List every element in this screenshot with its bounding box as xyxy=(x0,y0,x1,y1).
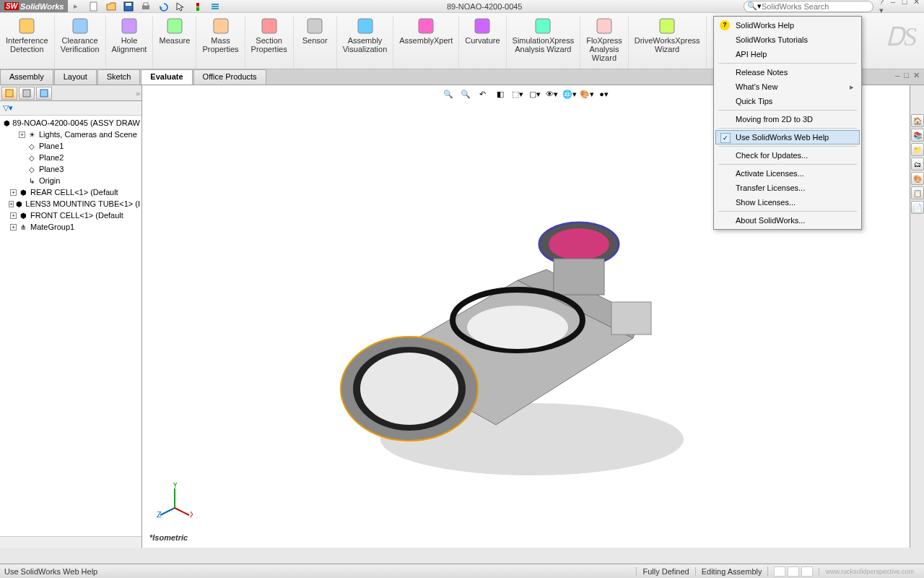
ribbon-simulationxpress[interactable]: SimulationXpressAnalysis Wizard xyxy=(507,16,581,69)
ribbon-mass[interactable]: MassProperties xyxy=(196,16,245,69)
help-item-about-solidworks[interactable]: About SolidWorks... xyxy=(715,213,860,228)
tree-scrollbar[interactable] xyxy=(0,536,141,548)
help-item-use-solidworks-web-help[interactable]: ✓Use SolidWorks Web Help xyxy=(715,130,860,144)
view-orient-button[interactable]: ⬚▾ xyxy=(510,87,526,101)
orientation-triad[interactable]: Y X Z xyxy=(157,483,193,519)
help-item-solidworks-help[interactable]: ?SolidWorks Help xyxy=(715,18,860,33)
config-tab[interactable] xyxy=(36,87,52,100)
appearance-button[interactable]: 🌐▾ xyxy=(562,87,578,101)
zoom-area-button[interactable]: 🔍 xyxy=(458,87,474,101)
tree-item[interactable]: +☀Lights, Cameras and Scene xyxy=(0,129,141,140)
ribbon-measure[interactable]: Measure xyxy=(153,16,196,69)
scene-button[interactable]: 🎨▾ xyxy=(579,87,595,101)
ribbon-hole[interactable]: HoleAlignment xyxy=(106,16,154,69)
print-button[interactable] xyxy=(139,1,153,12)
tab-assembly[interactable]: Assembly xyxy=(0,69,53,85)
panel-collapse-icon[interactable]: » xyxy=(136,89,140,98)
tab-sketch[interactable]: Sketch xyxy=(97,69,141,85)
tree-item[interactable]: +⬢REAR CELL<1> (Default xyxy=(0,186,141,198)
section-view-button[interactable]: ◧ xyxy=(492,87,508,101)
svg-point-35 xyxy=(467,306,568,349)
status-icon-3[interactable] xyxy=(801,566,813,577)
ribbon-section[interactable]: SectionProperties xyxy=(245,16,294,69)
feature-tree-tab[interactable] xyxy=(1,87,17,100)
tree-item[interactable]: +⬢FRONT CELL<1> (Default xyxy=(0,210,141,221)
tree-item[interactable]: +⬢LENS3 MOUNTING TUBE<1> (I xyxy=(0,198,141,210)
design-library-tab[interactable]: 📚 xyxy=(911,129,924,142)
file-explorer-tab[interactable]: 📁 xyxy=(911,143,924,156)
appearances-tab[interactable]: 🎨 xyxy=(911,172,924,185)
help-item-api-help[interactable]: API Help xyxy=(715,47,860,61)
close-button[interactable]: ✕ xyxy=(911,0,921,15)
ribbon-interference[interactable]: InterferenceDetection xyxy=(0,16,55,69)
help-item-solidworks-tutorials[interactable]: SolidWorks Tutorials xyxy=(715,33,860,47)
new-button[interactable] xyxy=(87,1,101,12)
status-bar: Use SolidWorks Web Help Fully Defined Ed… xyxy=(0,564,924,578)
tree-label: Plane1 xyxy=(39,142,64,150)
property-tab[interactable] xyxy=(19,87,35,100)
help-button[interactable]: ? ▾ xyxy=(876,0,886,15)
expand-icon[interactable]: + xyxy=(10,212,17,219)
zoom-fit-button[interactable]: 🔍 xyxy=(440,87,456,101)
resources-tab[interactable]: 🏠 xyxy=(911,114,924,127)
undo-button[interactable] xyxy=(156,1,170,12)
open-button[interactable] xyxy=(104,1,118,12)
ribbon-driveworksxpress[interactable]: DriveWorksXpressWizard xyxy=(629,16,707,69)
maximize-button[interactable]: □ xyxy=(899,0,910,15)
render-button[interactable]: ●▾ xyxy=(596,87,612,101)
ribbon-curvature[interactable]: Curvature xyxy=(459,16,506,69)
tree-item[interactable]: +⋔MateGroup1 xyxy=(0,221,141,233)
tree-item[interactable]: ↳Origin xyxy=(0,175,141,186)
tree-item[interactable]: ◇Plane3 xyxy=(0,163,141,175)
doc-close-button[interactable]: ✕ xyxy=(913,71,920,83)
menu-arrow-icon[interactable]: ▸ xyxy=(68,1,84,11)
options-button[interactable] xyxy=(208,1,222,12)
tab-layout[interactable]: Layout xyxy=(54,69,97,85)
help-item-release-notes[interactable]: Release Notes xyxy=(715,65,860,79)
search-input[interactable] xyxy=(762,2,870,11)
ribbon-clearance[interactable]: ClearanceVerification xyxy=(55,16,106,69)
ribbon-assemblyxpert[interactable]: AssemblyXpert xyxy=(393,16,459,69)
tree-item[interactable]: ⬢89-NOAO-4200-0045 (ASSY DRAW xyxy=(0,117,141,129)
ribbon-floxpress[interactable]: FloXpressAnalysisWizard xyxy=(580,16,629,69)
tree-label: Lights, Cameras and Scene xyxy=(39,130,137,139)
select-button[interactable] xyxy=(173,1,188,12)
menu-label: Release Notes xyxy=(736,68,788,77)
rebuild-button[interactable] xyxy=(191,1,205,12)
view-palette-tab[interactable]: 🗂 xyxy=(911,158,924,171)
expand-icon[interactable]: + xyxy=(10,189,17,196)
tree-label: FRONT CELL<1> (Default xyxy=(30,211,123,220)
help-item-check-for-updates[interactable]: Check for Updates... xyxy=(715,148,860,163)
help-item-activate-licenses[interactable]: Activate Licenses... xyxy=(715,166,860,181)
help-item-show-licenses[interactable]: Show Licenses... xyxy=(715,195,860,210)
help-item-what-s-new[interactable]: What's New▸ xyxy=(715,79,860,94)
help-item-quick-tips[interactable]: Quick Tips xyxy=(715,94,860,108)
prev-view-button[interactable]: ↶ xyxy=(475,87,491,101)
status-icon-1[interactable] xyxy=(774,566,785,577)
ribbon-sensor[interactable]: Sensor xyxy=(294,16,337,69)
ribbon-assembly[interactable]: AssemblyVisualization xyxy=(337,16,394,69)
expand-icon[interactable]: + xyxy=(10,224,17,230)
search-box[interactable]: 🔍▾ xyxy=(744,1,873,12)
save-button[interactable] xyxy=(121,1,136,12)
filter-bar[interactable]: ▽▾ xyxy=(0,101,141,116)
tree-label: LENS3 MOUNTING TUBE<1> (I xyxy=(25,199,140,208)
hide-show-button[interactable]: 👁▾ xyxy=(544,87,560,101)
help-item-moving-from-2d-to-3d[interactable]: Moving from 2D to 3D xyxy=(715,112,860,126)
status-icon-2[interactable] xyxy=(788,566,799,577)
doc-minimize-button[interactable]: – xyxy=(895,71,899,83)
tree-item[interactable]: ◇Plane2 xyxy=(0,152,141,163)
tree-item[interactable]: ◇Plane1 xyxy=(0,140,141,152)
svg-rect-2 xyxy=(126,3,131,6)
expand-icon[interactable]: + xyxy=(9,201,14,207)
tree-label: Origin xyxy=(39,176,60,185)
clipboard-tab[interactable]: 📄 xyxy=(911,201,924,214)
help-item-transfer-licenses[interactable]: Transfer Licenses... xyxy=(715,181,860,195)
expand-icon[interactable]: + xyxy=(19,131,25,138)
custom-props-tab[interactable]: 📋 xyxy=(911,186,924,199)
minimize-button[interactable]: – xyxy=(888,0,898,15)
display-style-button[interactable]: ▢▾ xyxy=(527,87,543,101)
tab-evaluate[interactable]: Evaluate xyxy=(141,69,192,85)
tab-office-products[interactable]: Office Products xyxy=(193,69,266,85)
doc-restore-button[interactable]: □ xyxy=(904,71,909,83)
